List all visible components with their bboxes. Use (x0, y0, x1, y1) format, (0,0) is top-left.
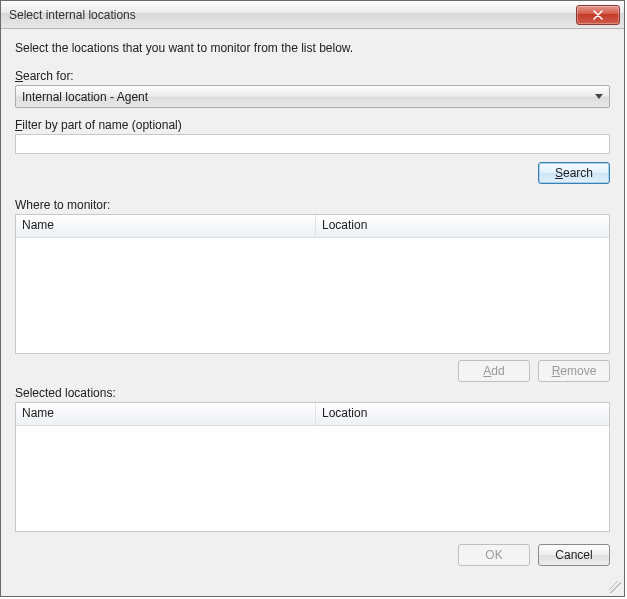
dropdown-selected-text: Internal location - Agent (22, 90, 591, 104)
selected-listbox[interactable]: Name Location (15, 402, 610, 532)
dialog-footer: OK Cancel (15, 532, 610, 566)
search-button[interactable]: Search (538, 162, 610, 184)
chevron-down-icon (591, 94, 607, 100)
selected-col-location[interactable]: Location (316, 403, 609, 425)
search-for-label: Search for: (15, 69, 610, 83)
add-remove-row: Add Remove (15, 360, 610, 382)
cancel-button[interactable]: Cancel (538, 544, 610, 566)
selected-col-name[interactable]: Name (16, 403, 316, 425)
resize-grip-icon (609, 581, 621, 593)
monitor-col-location[interactable]: Location (316, 215, 609, 237)
filter-input[interactable] (15, 134, 610, 154)
close-icon (593, 10, 603, 20)
selected-list-header: Name Location (16, 403, 609, 426)
remove-button[interactable]: Remove (538, 360, 610, 382)
add-button[interactable]: Add (458, 360, 530, 382)
where-to-monitor-label: Where to monitor: (15, 198, 610, 212)
ok-button[interactable]: OK (458, 544, 530, 566)
titlebar: Select internal locations (1, 1, 624, 29)
dialog-content: Select the locations that you want to mo… (1, 29, 624, 596)
monitor-list-header: Name Location (16, 215, 609, 238)
selected-group: Selected locations: Name Location (15, 386, 610, 532)
monitor-col-name[interactable]: Name (16, 215, 316, 237)
dialog-window: Select internal locations Select the loc… (0, 0, 625, 597)
window-title: Select internal locations (9, 8, 576, 22)
filter-label: Filter by part of name (optional) (15, 118, 610, 132)
search-for-dropdown[interactable]: Internal location - Agent (15, 85, 610, 108)
intro-text: Select the locations that you want to mo… (15, 41, 610, 55)
close-button[interactable] (576, 5, 620, 25)
search-button-row: Search (15, 162, 610, 184)
monitor-listbox[interactable]: Name Location (15, 214, 610, 354)
selected-locations-label: Selected locations: (15, 386, 610, 400)
